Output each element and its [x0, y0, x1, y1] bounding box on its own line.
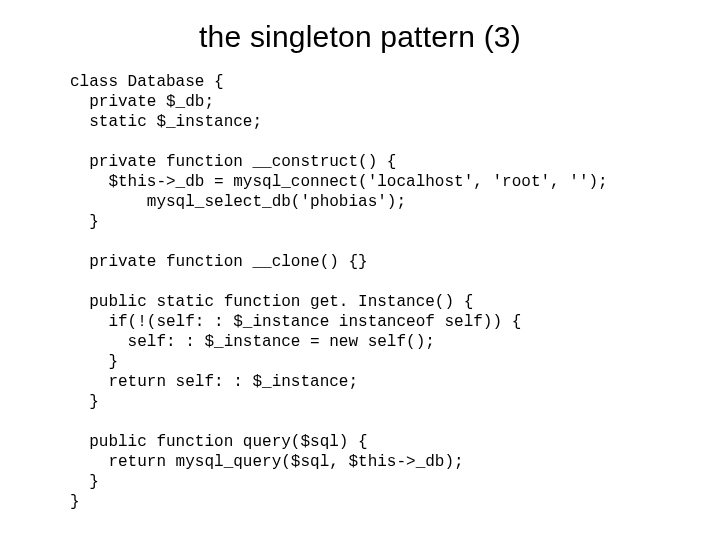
code-block: class Database { private $_db; static $_…	[0, 72, 720, 512]
slide-title: the singleton pattern (3)	[0, 20, 720, 54]
slide: the singleton pattern (3) class Database…	[0, 0, 720, 540]
